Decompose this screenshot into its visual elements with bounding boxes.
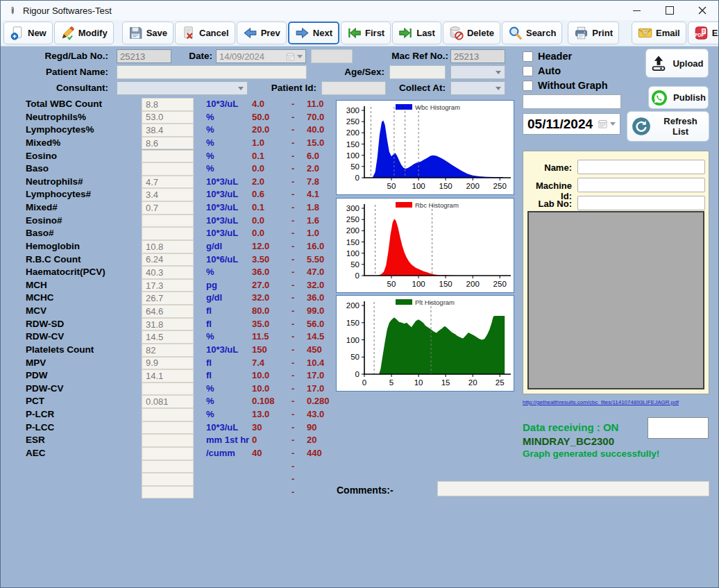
result-value-input[interactable] — [142, 473, 194, 486]
result-range-high: 1.6 — [307, 215, 319, 228]
result-value-input[interactable] — [142, 318, 194, 331]
result-value-input[interactable] — [142, 215, 194, 228]
collect-at-dropdown[interactable] — [450, 81, 505, 95]
result-range-high: 1.8 — [307, 201, 319, 215]
without-graph-checkbox[interactable] — [523, 81, 533, 91]
result-value-input[interactable] — [142, 162, 194, 176]
checkbox-auto[interactable]: Auto — [523, 65, 561, 76]
refresh-list-button[interactable]: Refresh List — [627, 111, 709, 142]
patient-name-input[interactable] — [117, 65, 307, 79]
result-value-input[interactable] — [142, 344, 194, 357]
list-date-picker[interactable]: 05/11/2024 — [523, 113, 620, 135]
result-value-input[interactable] — [142, 111, 194, 124]
result-range-low: 0.6 — [252, 188, 264, 201]
result-value-input[interactable] — [142, 279, 194, 292]
header-checkbox[interactable] — [523, 51, 533, 62]
result-value-input[interactable] — [142, 486, 194, 499]
name-input[interactable] — [577, 160, 705, 174]
result-row-p-lcr: P-LCR%13.0-43.0 — [1, 408, 336, 421]
filter-input[interactable] — [523, 94, 621, 109]
result-value-input[interactable] — [142, 98, 194, 111]
result-value-input[interactable] — [142, 421, 194, 435]
result-range-high: 14.5 — [307, 330, 324, 344]
result-value-input[interactable] — [142, 176, 194, 189]
toolbar-button-new[interactable]: New — [3, 22, 53, 44]
modify-icon — [60, 26, 75, 40]
result-range-low: 1.0 — [252, 137, 264, 150]
toolbar-button-cancel[interactable]: Cancel — [175, 22, 235, 44]
result-range-separator: - — [291, 344, 294, 357]
result-value-input[interactable] — [142, 383, 194, 396]
result-value-input[interactable] — [142, 395, 194, 408]
result-value-input[interactable] — [142, 369, 194, 383]
result-value-input[interactable] — [142, 150, 194, 163]
result-value-input[interactable] — [142, 357, 194, 370]
toolbar-button-next[interactable]: Next — [288, 22, 339, 44]
toolbar-button-delete[interactable]: Delete — [443, 22, 500, 44]
result-value-input[interactable] — [142, 124, 194, 137]
result-range-high: 2.0 — [307, 162, 319, 176]
result-value-input[interactable] — [142, 253, 194, 267]
result-value-input[interactable] — [142, 201, 194, 215]
lab-no-input[interactable] — [577, 196, 705, 210]
date-extra-field[interactable] — [311, 49, 353, 63]
result-label: Eosino — [26, 150, 57, 163]
upload-button[interactable]: Upload — [645, 49, 709, 78]
pdf-report-link[interactable]: http://gethealthresults.com/cbc_files/11… — [523, 399, 679, 405]
result-value-input[interactable] — [142, 460, 194, 473]
result-label: Lymphocytes# — [26, 188, 91, 201]
result-range-high: 4.1 — [307, 188, 319, 201]
result-range-separator: - — [291, 137, 294, 150]
toolbar-button-save[interactable]: Save — [122, 22, 174, 44]
result-label: Hemoglobin — [26, 240, 80, 253]
result-value-input[interactable] — [142, 227, 194, 240]
result-value-input[interactable] — [142, 408, 194, 421]
result-value-input[interactable] — [142, 447, 194, 460]
minimize-icon[interactable] — [620, 1, 653, 20]
close-window-icon[interactable] — [686, 1, 718, 20]
age-input[interactable] — [389, 65, 446, 79]
checkbox-header[interactable]: Header — [523, 51, 572, 62]
mac-ref-no-input[interactable] — [450, 49, 505, 63]
consultant-dropdown[interactable] — [117, 81, 248, 95]
patient-id-input[interactable] — [321, 81, 386, 95]
result-row-lymphocytes-: Lymphocytes#10*3/uL0.6-4.1 — [1, 188, 336, 201]
result-value-input[interactable] — [142, 137, 194, 150]
graph-status-message: Graph generated successfully! — [523, 448, 659, 459]
status-side-box[interactable] — [648, 417, 709, 439]
result-value-input[interactable] — [142, 330, 194, 344]
auto-checkbox[interactable] — [523, 66, 533, 76]
machine-id-input[interactable] — [577, 178, 705, 192]
toolbar-button-search[interactable]: Search — [502, 22, 562, 44]
toolbar-button-email[interactable]: @Email — [632, 22, 686, 44]
svg-text:Rbc Histogram: Rbc Histogram — [415, 201, 459, 209]
toolbar-button-print[interactable]: Print — [568, 22, 619, 44]
toolbar-button-last[interactable]: Last — [392, 22, 441, 44]
checkbox-without-graph[interactable]: Without Graph — [523, 80, 608, 91]
result-value-input[interactable] — [142, 305, 194, 318]
record-list-area[interactable] — [527, 211, 704, 389]
chevron-down-icon — [496, 87, 501, 90]
result-value-input[interactable] — [142, 434, 194, 447]
maximize-icon[interactable] — [653, 1, 686, 20]
date-picker[interactable]: 14/09/2024 — [216, 49, 306, 63]
sex-dropdown[interactable] — [450, 65, 505, 79]
toolbar-button-exppdf[interactable]: PDFExp.Pdf — [688, 22, 719, 44]
toolbar-button-prev[interactable]: Prev — [237, 22, 287, 44]
result-label: Platelets Count — [26, 344, 94, 357]
result-range-high: 0.280 — [307, 395, 330, 408]
result-range-high: 40.0 — [307, 124, 324, 137]
toolbar-button-first[interactable]: First — [341, 22, 391, 44]
result-unit: 10*3/uL — [206, 201, 238, 215]
result-label: RDW-SD — [26, 318, 64, 331]
publish-button[interactable]: Publish — [648, 86, 709, 109]
result-value-input[interactable] — [142, 240, 194, 253]
toolbar-button-modify[interactable]: Modify — [54, 22, 114, 44]
result-value-input[interactable] — [142, 188, 194, 201]
result-label: Lymphocytes% — [26, 124, 94, 137]
comments-input[interactable] — [437, 481, 709, 496]
result-value-input[interactable] — [142, 292, 194, 305]
result-label: ESR — [26, 434, 45, 447]
svg-text:0: 0 — [355, 370, 360, 378]
result-value-input[interactable] — [142, 266, 194, 279]
